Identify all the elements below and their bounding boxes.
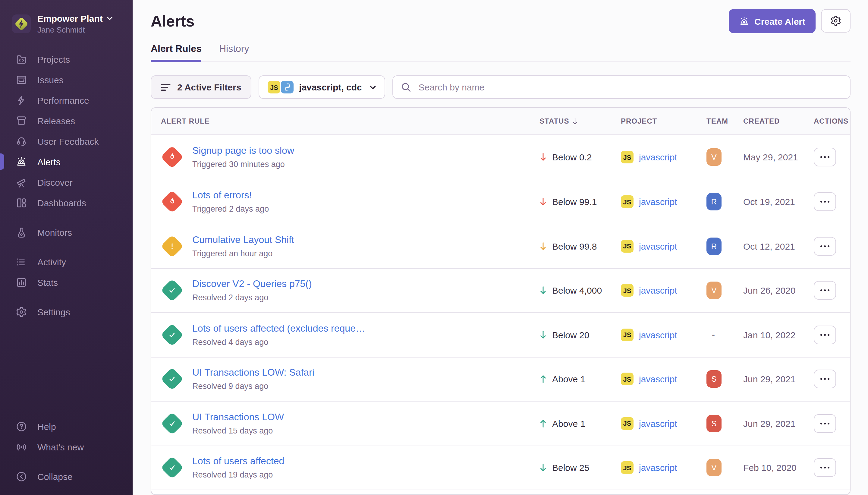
alert-rule-link[interactable]: UI Transactions LOW (192, 412, 525, 423)
created-date: Oct 19, 2021 (743, 197, 814, 207)
sidebar-item-settings[interactable]: Settings (0, 302, 133, 322)
javascript-platform-icon: JS (621, 195, 633, 208)
team-badge: V (707, 459, 722, 477)
sidebar-item-alerts[interactable]: Alerts (0, 151, 133, 172)
created-date: Jun 29, 2021 (743, 374, 814, 385)
performance-icon (16, 95, 27, 106)
javascript-platform-icon: JS (621, 329, 633, 341)
platform-icons: JS (267, 81, 294, 93)
activity-icon (16, 256, 27, 268)
status-value: Below 99.8 (552, 241, 597, 252)
issues-icon (16, 74, 27, 85)
project-link[interactable]: javascript (639, 152, 677, 163)
row-actions-button[interactable] (814, 414, 836, 433)
sidebar-item-stats[interactable]: Stats (0, 272, 133, 292)
app-window: Empower Plant Jane Schmidt Projects Issu… (0, 0, 868, 495)
table-body: Signup page is too slow Triggered 30 min… (151, 135, 850, 495)
sidebar-item-performance[interactable]: Performance (0, 90, 133, 110)
resolved-severity-icon (160, 412, 183, 435)
alert-rule-trigger-text: Resolved 2 days ago (192, 293, 525, 302)
sidebar-item-monitors[interactable]: Monitors (0, 222, 133, 242)
sidebar-item-collapse[interactable]: Collapse (0, 466, 133, 487)
create-alert-button[interactable]: Create Alert (728, 9, 816, 33)
resolved-severity-icon (160, 456, 183, 479)
critical-severity-icon (160, 190, 183, 213)
project-selector[interactable]: JS javascript, cdc (259, 75, 385, 99)
column-header-actions: Actions (814, 117, 851, 125)
project-link[interactable]: javascript (639, 419, 677, 429)
table-header: Alert Rule Status Project Team Created A… (151, 108, 850, 135)
row-actions-button[interactable] (814, 237, 836, 256)
project-link[interactable]: javascript (639, 374, 677, 385)
sidebar-item-help[interactable]: Help (0, 416, 133, 437)
search-box (393, 75, 851, 99)
team-badge: V (707, 149, 722, 166)
row-actions-button[interactable] (814, 281, 836, 300)
python-platform-icon (281, 81, 294, 93)
org-switcher[interactable]: Empower Plant Jane Schmidt (12, 13, 125, 34)
sidebar-item-projects[interactable]: Projects (0, 49, 133, 69)
user-feedback-icon (16, 135, 27, 147)
filter-bar: 2 Active Filters JS javascript, cdc (151, 75, 851, 99)
sidebar-item-user-feedback[interactable]: User Feedback (0, 131, 133, 151)
monitors-icon (16, 226, 27, 238)
project-link[interactable]: javascript (639, 197, 677, 207)
alert-rule-trigger-text: Triggered 2 days ago (192, 205, 525, 214)
sidebar-spacer (0, 322, 133, 416)
alert-rule-link[interactable]: Lots of users affected (192, 456, 525, 467)
sidebar-item-discover[interactable]: Discover (0, 172, 133, 192)
status-value: Below 99.1 (552, 197, 597, 207)
row-actions-button[interactable] (814, 193, 836, 211)
resolved-severity-icon (160, 323, 183, 346)
arrow-down-icon (539, 198, 547, 206)
alert-rule-link[interactable]: Cumulative Layout Shift (192, 235, 525, 245)
alert-rule-trigger-text: Resolved 19 days ago (192, 471, 525, 480)
javascript-platform-icon: JS (621, 373, 633, 386)
project-link[interactable]: javascript (639, 330, 677, 340)
alert-rule-link[interactable]: UI Transactions LOW: Safari (192, 368, 525, 378)
team-none: - (707, 329, 715, 340)
javascript-platform-icon: JS (621, 284, 633, 297)
row-actions-button[interactable] (814, 326, 836, 344)
row-actions-button[interactable] (814, 370, 836, 389)
tab-alert-rules[interactable]: Alert Rules (151, 44, 202, 61)
org-logo-icon (12, 15, 31, 33)
project-link[interactable]: javascript (639, 241, 677, 252)
table-row: Signup page is too slow Triggered 30 min… (151, 135, 850, 180)
user-name: Jane Schmidt (37, 25, 113, 34)
sort-desc-icon (572, 117, 578, 125)
sidebar-item-issues[interactable]: Issues (0, 69, 133, 90)
alert-rule-link[interactable]: Signup page is too slow (192, 146, 525, 156)
project-selector-value: javascript, cdc (299, 82, 362, 92)
row-actions-button[interactable] (814, 459, 836, 477)
column-header-status[interactable]: Status (539, 117, 621, 125)
alert-rule-link[interactable]: Discover V2 - Queries p75() (192, 279, 525, 290)
sidebar: Empower Plant Jane Schmidt Projects Issu… (0, 0, 133, 495)
sidebar-item-what-s-new[interactable]: What's new (0, 437, 133, 457)
settings-icon (16, 306, 27, 318)
filter-icon (161, 82, 171, 92)
search-input[interactable] (417, 81, 842, 93)
alerts-settings-button[interactable] (821, 9, 851, 33)
project-link[interactable]: javascript (639, 463, 677, 473)
status-value: Below 25 (552, 463, 589, 473)
arrow-down-icon (539, 330, 547, 339)
sidebar-item-releases[interactable]: Releases (0, 110, 133, 131)
column-header-project: Project (621, 117, 707, 125)
alert-rule-link[interactable]: Lots of users affected (excludes reque… (192, 323, 525, 334)
alert-rule-trigger-text: Resolved 4 days ago (192, 338, 525, 347)
status-value: Below 20 (552, 330, 589, 340)
projects-icon (16, 53, 27, 65)
alert-rule-trigger-text: Resolved 9 days ago (192, 382, 525, 391)
status-value: Below 0.2 (552, 152, 592, 163)
project-link[interactable]: javascript (639, 286, 677, 296)
row-actions-button[interactable] (814, 148, 836, 167)
tab-history[interactable]: History (219, 44, 249, 61)
sidebar-item-activity[interactable]: Activity (0, 252, 133, 272)
column-header-created: Created (743, 117, 814, 125)
alert-rule-link[interactable]: Lots of errors! (192, 190, 525, 201)
created-date: Jun 26, 2020 (743, 286, 814, 296)
team-badge: R (707, 193, 722, 211)
active-filters-button[interactable]: 2 Active Filters (151, 75, 251, 99)
sidebar-item-dashboards[interactable]: Dashboards (0, 192, 133, 213)
